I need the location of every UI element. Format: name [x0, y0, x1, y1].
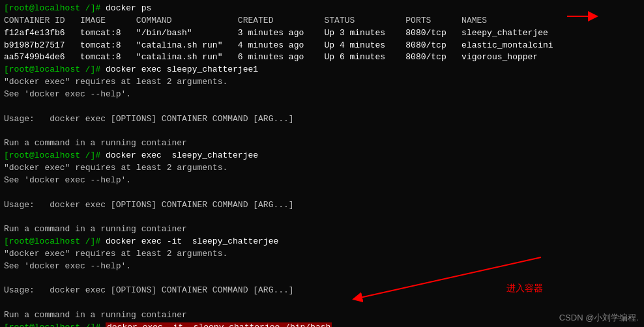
- line-22: See 'docker exec --help'.: [4, 261, 640, 273]
- cmd-1: docker ps: [100, 3, 151, 13]
- annotation-text: 进入容器: [506, 281, 543, 294]
- line-13: [root@localhost /]# docker exec sleepy_c…: [4, 150, 640, 162]
- watermark: CSDN @小刘学编程.: [559, 312, 639, 324]
- line-14: "docker exec" requires at least 2 argume…: [4, 162, 640, 175]
- terminal: [root@localhost /]# docker ps CONTAINER …: [0, 0, 644, 327]
- line-10: Usage: docker exec [OPTIONS] CONTAINER C…: [4, 113, 640, 126]
- line-9: [4, 101, 640, 113]
- line-23: [4, 273, 640, 285]
- line-17: Usage: docker exec [OPTIONS] CONTAINER C…: [4, 199, 640, 212]
- line-8: See 'docker exec --help'.: [4, 89, 640, 101]
- line-5: aa57499b4de6 tomcat:8 "catalina.sh run" …: [4, 51, 640, 64]
- line-3: f12af4e13fb6 tomcat:8 "/bin/bash" 3 minu…: [4, 27, 640, 40]
- line-18: [4, 211, 640, 223]
- line-25: [4, 297, 640, 309]
- highlighted-command: docker exec -it sleepy_chatterjee /bin/b…: [106, 322, 332, 327]
- line-7: "docker exec" requires at least 2 argume…: [4, 76, 640, 89]
- line-11: [4, 125, 640, 137]
- line-1: [root@localhost /]# docker ps: [4, 3, 640, 15]
- line-19: Run a command in a running container: [4, 223, 640, 236]
- line-21: "docker exec" requires at least 2 argume…: [4, 248, 640, 261]
- prompt-root-1: [root@localhost /]#: [4, 3, 100, 13]
- line-27: [root@localhost /]# docker exec -it slee…: [4, 322, 640, 327]
- line-20: [root@localhost /]# docker exec -it slee…: [4, 236, 640, 248]
- line-16: [4, 187, 640, 199]
- line-6: [root@localhost /]# docker exec sleepy_c…: [4, 64, 640, 76]
- line-24: Usage: docker exec [OPTIONS] CONTAINER C…: [4, 285, 640, 297]
- line-15: See 'docker exec --help'.: [4, 175, 640, 187]
- line-12: Run a command in a running container: [4, 137, 640, 150]
- line-4: b91987b27517 tomcat:8 "catalina.sh run" …: [4, 40, 640, 52]
- line-2: CONTAINER ID IMAGE COMMAND CREATED STATU…: [4, 15, 640, 27]
- line-26: Run a command in a running container: [4, 309, 640, 322]
